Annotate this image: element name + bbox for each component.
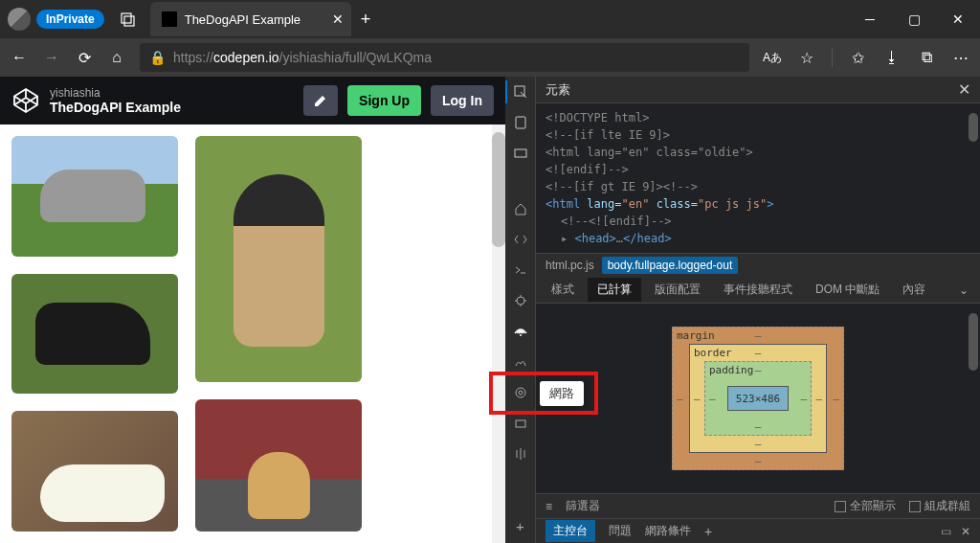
svg-rect-6: [516, 117, 525, 128]
home-button[interactable]: ⌂: [107, 48, 126, 67]
image-gallery: [0, 124, 505, 543]
svg-point-8: [517, 297, 524, 305]
tab-actions-icon[interactable]: [114, 5, 143, 34]
window-titlebar: InPrivate TheDogAPI Example ✕ + ─ ▢ ✕: [0, 0, 980, 38]
gallery-image[interactable]: [11, 411, 178, 532]
page-content: yishiashia TheDogAPI Example Sign Up Log…: [0, 77, 505, 543]
console-tool-icon[interactable]: [511, 260, 530, 280]
maximize-button[interactable]: ▢: [892, 0, 936, 38]
group-checkbox[interactable]: 組成群組: [909, 498, 970, 514]
filter-icon[interactable]: ≡: [546, 500, 552, 513]
drawer-close-icon[interactable]: ✕: [961, 525, 970, 538]
codepen-logo-icon[interactable]: [11, 86, 40, 115]
styles-scrollbar[interactable]: [969, 313, 978, 371]
inspect-tool-icon[interactable]: [511, 82, 530, 102]
back-button[interactable]: ←: [10, 48, 29, 67]
tab-styles[interactable]: 樣式: [542, 278, 584, 302]
downloads-icon[interactable]: ⭳: [882, 48, 902, 67]
minimize-button[interactable]: ─: [848, 0, 892, 38]
edit-pen-button[interactable]: [303, 85, 338, 116]
styles-tabs: 樣式 已計算 版面配置 事件接聽程式 DOM 中斷點 內容 ⌄: [536, 277, 980, 304]
panel-title: 元素: [546, 81, 570, 99]
css-overview-icon[interactable]: [511, 444, 530, 464]
tabs-overflow-icon[interactable]: ⌄: [953, 283, 974, 297]
devtools-panel: + 元素 ✕ <!DOCTYPE html> <!--[if lte IE 9]…: [505, 77, 980, 543]
computed-filter-bar: ≡ 篩選器 全部顯示 組成群組: [536, 493, 980, 518]
gallery-image[interactable]: [11, 136, 178, 257]
tab-close-icon[interactable]: ✕: [332, 11, 344, 27]
translate-icon[interactable]: Aあ: [763, 48, 782, 67]
code-scrollbar[interactable]: [969, 113, 978, 142]
tab-properties[interactable]: 內容: [893, 278, 935, 302]
breadcrumb-item-selected[interactable]: body.fullpage.logged-out: [602, 257, 739, 274]
svg-point-13: [520, 334, 522, 336]
gallery-image[interactable]: [195, 136, 362, 382]
browser-tab[interactable]: TheDogAPI Example ✕: [150, 2, 351, 36]
divider: [832, 48, 833, 67]
codepen-header: yishiashia TheDogAPI Example Sign Up Log…: [0, 77, 505, 124]
tab-computed[interactable]: 已計算: [588, 278, 641, 302]
dom-breadcrumb[interactable]: html.pc.js body.fullpage.logged-out: [536, 254, 980, 277]
box-model-border-label: border: [694, 347, 732, 359]
url-scheme: https://: [173, 50, 213, 65]
gallery-image[interactable]: [195, 399, 362, 532]
new-tab-button[interactable]: +: [361, 10, 371, 30]
drawer-add-tab-icon[interactable]: +: [704, 524, 712, 539]
refresh-button[interactable]: ⟳: [75, 48, 94, 67]
codepen-title: TheDogAPI Example: [50, 100, 294, 115]
close-window-button[interactable]: ✕: [936, 0, 980, 38]
debug-tool-icon[interactable]: [511, 291, 530, 310]
svg-rect-1: [124, 16, 134, 26]
devtools-activity-bar: +: [505, 77, 536, 543]
url-path: /yishiashia/full/QwLKQma: [279, 50, 433, 65]
dom-tree[interactable]: <!DOCTYPE html> <!--[if lte IE 9]> <html…: [536, 103, 980, 254]
device-toolbar-icon[interactable]: [511, 113, 530, 132]
svg-rect-7: [515, 149, 526, 157]
forward-button: →: [42, 48, 61, 67]
favorite-icon[interactable]: ☆: [797, 48, 816, 67]
svg-rect-16: [516, 420, 525, 427]
memory-tool-icon[interactable]: [511, 383, 530, 402]
devtools-header: 元素 ✕: [536, 77, 980, 103]
more-tools-icon[interactable]: +: [511, 516, 530, 535]
show-all-checkbox[interactable]: 全部顯示: [835, 498, 896, 514]
sources-tool-icon[interactable]: [511, 230, 530, 249]
box-model-content-size: 523×486: [727, 386, 789, 411]
inprivate-badge: InPrivate: [36, 10, 104, 29]
tab-favicon: [162, 11, 177, 27]
box-model-padding-label: padding: [709, 364, 753, 376]
favorites-bar-icon[interactable]: ✩: [848, 48, 867, 67]
svg-point-15: [519, 391, 523, 395]
more-menu-icon[interactable]: ⋯: [951, 48, 970, 67]
application-tool-icon[interactable]: [511, 414, 530, 433]
breadcrumb-item[interactable]: html.pc.js: [546, 259, 594, 272]
network-tool-icon[interactable]: [511, 322, 530, 341]
tab-layout[interactable]: 版面配置: [645, 278, 710, 302]
gallery-image[interactable]: [11, 274, 178, 395]
tab-title: TheDogAPI Example: [185, 12, 301, 27]
welcome-tool-icon[interactable]: [511, 199, 530, 218]
drawer-tab-network-conditions[interactable]: 網路條件: [645, 523, 691, 539]
drawer-dock-icon[interactable]: ▭: [941, 525, 951, 538]
url-input[interactable]: 🔒 https://codepen.io/yishiashia/full/QwL…: [140, 43, 749, 72]
tab-event-listeners[interactable]: 事件接聽程式: [714, 278, 802, 302]
screenshot-icon[interactable]: ⧉: [917, 48, 936, 67]
svg-point-14: [516, 388, 525, 397]
login-button[interactable]: Log In: [431, 85, 494, 116]
address-bar: ← → ⟳ ⌂ 🔒 https://codepen.io/yishiashia/…: [0, 38, 980, 77]
filter-label[interactable]: 篩選器: [566, 498, 600, 514]
svg-rect-0: [122, 13, 131, 23]
elements-tool-icon[interactable]: [511, 144, 530, 163]
drawer-tab-issues[interactable]: 問題: [609, 523, 632, 539]
page-scrollbar[interactable]: [492, 124, 505, 543]
box-model-diagram[interactable]: margin – – – – border – – – – padding: [672, 327, 844, 470]
url-host: codepen.io: [213, 50, 279, 65]
performance-tool-icon[interactable]: [511, 352, 530, 372]
signup-button[interactable]: Sign Up: [347, 85, 421, 116]
codepen-author[interactable]: yishiashia: [50, 86, 294, 100]
drawer-tab-console[interactable]: 主控台: [546, 520, 595, 542]
lock-icon[interactable]: 🔒: [149, 50, 166, 65]
devtools-close-icon[interactable]: ✕: [958, 80, 970, 99]
profile-avatar[interactable]: [8, 8, 31, 31]
tab-dom-breakpoints[interactable]: DOM 中斷點: [806, 278, 889, 302]
